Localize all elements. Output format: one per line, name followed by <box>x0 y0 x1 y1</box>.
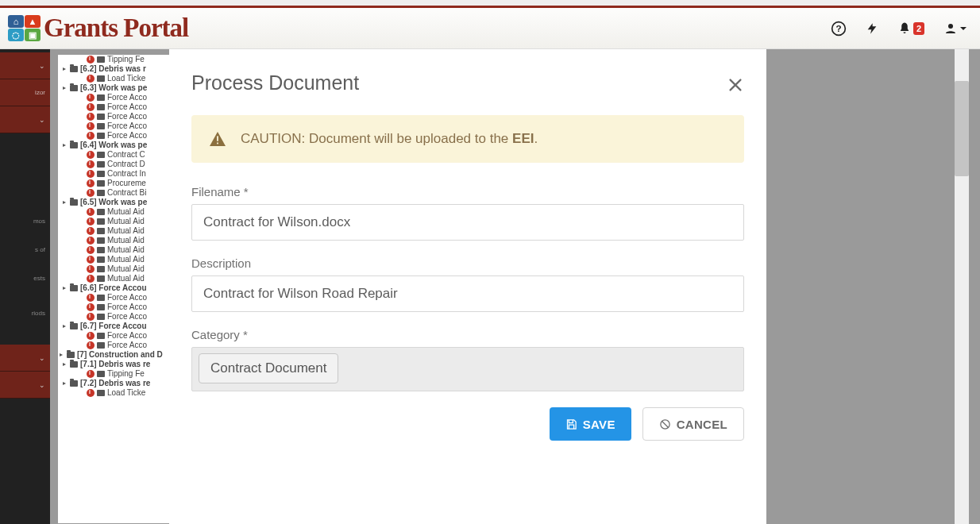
info-icon <box>87 256 95 264</box>
tree-item[interactable]: Contract Bi <box>58 188 175 198</box>
description-input[interactable] <box>191 275 744 312</box>
tree-item[interactable]: Load Ticke <box>58 74 175 83</box>
info-icon <box>87 246 95 254</box>
scrollbar-thumb[interactable] <box>955 81 969 176</box>
tree-folder[interactable]: [6.3] Work was pe <box>58 83 175 93</box>
brand-logo[interactable]: ⌂▲◌▣ Grants Portal <box>8 13 188 43</box>
tree-item[interactable]: Force Acco <box>58 302 175 312</box>
info-icon <box>87 370 95 378</box>
folder-icon <box>97 114 105 120</box>
tree-item[interactable]: Mutual Aid <box>58 236 175 245</box>
nav-item[interactable]: ⌄ <box>0 345 50 372</box>
notifications-icon[interactable]: 2 <box>897 21 924 37</box>
header-icons: ? 2 <box>831 21 967 37</box>
info-icon <box>87 122 95 130</box>
tree-item[interactable]: Tipping Fe <box>58 55 175 64</box>
user-menu-icon[interactable] <box>943 21 967 37</box>
info-icon <box>87 132 95 140</box>
tree-folder[interactable]: [7.2] Debris was re <box>58 379 175 388</box>
tree-item[interactable]: Force Acco <box>58 131 175 141</box>
tree-item[interactable]: Force Acco <box>58 112 175 121</box>
save-button[interactable]: SAVE <box>550 407 631 441</box>
folder-icon <box>70 85 78 91</box>
description-label: Description <box>191 256 744 270</box>
tree-item[interactable]: Force Acco <box>58 293 175 302</box>
bolt-icon[interactable] <box>866 21 878 37</box>
info-icon <box>87 103 95 111</box>
tree-item[interactable]: Mutual Aid <box>58 217 175 226</box>
filename-input[interactable] <box>191 204 744 241</box>
help-icon[interactable]: ? <box>831 21 847 37</box>
folder-icon <box>97 56 105 63</box>
info-icon <box>87 237 95 245</box>
tree-folder[interactable]: [6.5] Work was pe <box>58 198 175 207</box>
folder-icon <box>97 256 105 263</box>
folder-icon <box>70 199 78 206</box>
cancel-button[interactable]: CANCEL <box>642 407 744 441</box>
tree-folder[interactable]: [7.1] Debris was re <box>58 360 175 369</box>
tree-folder[interactable]: [7] Construction and D <box>58 350 175 360</box>
tree-item[interactable]: Force Acco <box>58 102 175 112</box>
tree-item[interactable]: Mutual Aid <box>58 245 175 255</box>
filename-label: Filename * <box>191 185 744 198</box>
folder-icon <box>97 314 105 320</box>
folder-icon <box>97 247 105 253</box>
tree-folder[interactable]: [6.4] Work was pe <box>58 141 175 150</box>
notification-badge: 2 <box>913 22 924 35</box>
folder-icon <box>97 161 105 168</box>
tree-item[interactable]: Contract In <box>58 169 175 179</box>
tree-folder[interactable]: [6.6] Force Accou <box>58 283 175 293</box>
nav-item[interactable]: ⌄ <box>0 372 50 399</box>
nav-item[interactable] <box>0 133 50 168</box>
nav-item[interactable]: ests <box>0 260 50 295</box>
tree-item[interactable]: Mutual Aid <box>58 264 175 274</box>
folder-icon <box>97 390 105 396</box>
tree-item[interactable]: Mutual Aid <box>58 255 175 264</box>
info-icon <box>87 275 95 283</box>
svg-point-2 <box>948 24 953 29</box>
tree-folder[interactable]: [6.7] Force Accou <box>58 322 175 331</box>
info-icon <box>87 294 95 302</box>
tree-item[interactable]: Contract D <box>58 160 175 169</box>
folder-icon <box>97 133 105 139</box>
info-icon <box>87 208 95 216</box>
nav-item[interactable]: ⌄ <box>0 106 50 133</box>
category-chip[interactable]: Contract Document <box>199 353 338 383</box>
nav-item[interactable]: riods <box>0 295 50 330</box>
tree-item[interactable]: Contract C <box>58 150 175 160</box>
save-icon <box>565 418 577 430</box>
nav-item[interactable]: mos <box>0 203 50 238</box>
tree-folder[interactable]: [6.2] Debris was r <box>58 64 175 74</box>
folder-icon <box>70 142 78 148</box>
tree-item[interactable]: Mutual Aid <box>58 207 175 217</box>
folder-icon <box>97 209 105 215</box>
folder-icon <box>70 66 78 72</box>
tree-item[interactable]: Force Acco <box>58 121 175 131</box>
svg-rect-3 <box>217 136 218 141</box>
tree-item[interactable]: Force Acco <box>58 312 175 322</box>
scrollbar[interactable] <box>955 49 969 524</box>
tree-item[interactable]: Mutual Aid <box>58 274 175 283</box>
folder-icon <box>70 285 78 291</box>
document-tree[interactable]: Tipping Fe[6.2] Debris was rLoad Ticke[6… <box>58 55 176 523</box>
tree-item[interactable]: Procureme <box>58 179 175 188</box>
tree-item[interactable]: Mutual Aid <box>58 226 175 236</box>
folder-icon <box>97 180 105 187</box>
nav-item[interactable]: s of <box>0 238 50 260</box>
tree-item[interactable]: Force Acco <box>58 331 175 341</box>
category-select[interactable]: Contract Document <box>191 347 744 391</box>
info-icon <box>87 94 95 102</box>
left-nav-collapsed: ⌄ izor ⌄ mos s of ests riods ⌄ ⌄ <box>0 49 50 524</box>
folder-icon <box>97 152 105 158</box>
tree-item[interactable]: Tipping Fe <box>58 369 175 379</box>
close-icon[interactable] <box>727 72 744 93</box>
tree-item[interactable]: Force Acco <box>58 93 175 102</box>
nav-item[interactable]: ⌄ <box>0 52 50 79</box>
info-icon <box>87 179 95 187</box>
folder-icon <box>97 295 105 301</box>
tree-item[interactable]: Load Ticke <box>58 388 175 398</box>
nav-item[interactable]: izor <box>0 79 50 106</box>
info-icon <box>87 151 95 159</box>
tree-item[interactable]: Force Acco <box>58 341 175 350</box>
nav-item[interactable] <box>0 168 50 203</box>
